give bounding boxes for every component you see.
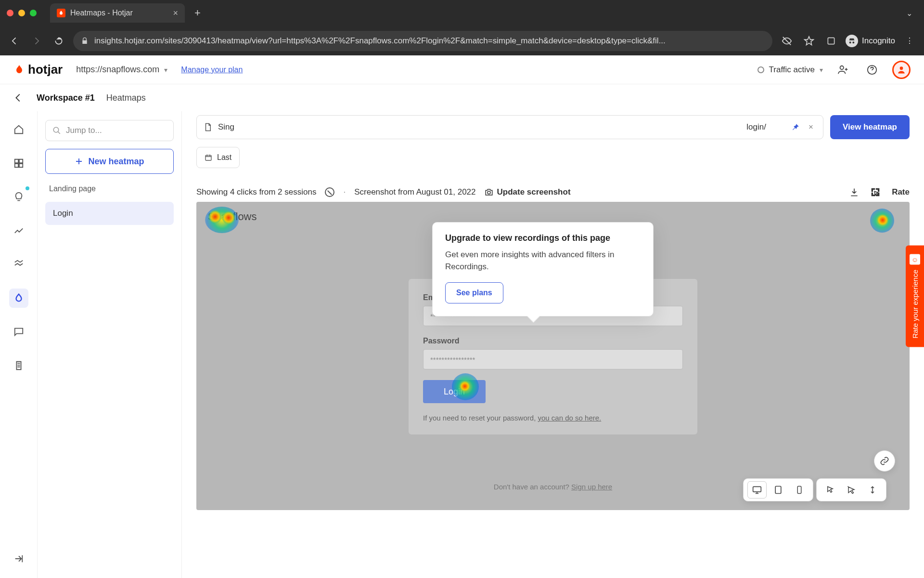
search-icon [52,126,61,135]
eye-off-icon[interactable] [779,33,795,49]
rail-funnels[interactable] [9,255,28,274]
match-type-label: Sing [218,122,234,132]
login-button[interactable]: Login [423,380,486,403]
calendar-icon [205,154,212,161]
password-value: **************** [430,355,475,364]
page-url-field[interactable]: Sing login/ × [196,115,823,139]
blocked-cursor-icon [325,187,334,197]
back-button[interactable] [7,33,22,49]
filters-row: Last [196,147,910,168]
page-icon [204,123,212,131]
mode-toolbar [816,478,886,501]
svg-rect-5 [775,486,781,494]
jump-to-input[interactable]: Jump to... [45,120,174,141]
rail-trends[interactable] [9,221,28,240]
date-filter-chip[interactable]: Last [196,147,240,168]
close-window-icon[interactable] [7,10,13,16]
sidebar-item-login[interactable]: Login [45,202,174,225]
new-heatmap-button[interactable]: New heatmap [45,149,174,174]
see-plans-button[interactable]: See plans [445,282,503,303]
pin-icon[interactable] [791,123,800,131]
flame-icon [13,64,25,76]
svg-point-2 [53,127,59,132]
notification-dot-icon [26,186,29,190]
bookmark-star-icon[interactable] [801,33,817,49]
view-heatmap-button[interactable]: View heatmap [830,115,910,139]
browser-menu-icon[interactable]: ⋮ [902,33,917,49]
update-screenshot-button[interactable]: Update screenshot [485,187,571,197]
click-selector-button[interactable] [871,187,880,197]
svg-rect-3 [205,155,211,160]
password-field[interactable]: **************** [423,349,683,369]
help-button[interactable] [863,61,881,79]
rail-collapse[interactable] [9,549,28,568]
app-header: hotjar https://snapflows.com ▾ Manage yo… [0,55,924,84]
signup-line: Don't have an account? Sign up here [494,483,612,491]
reset-link[interactable]: you can do so here. [538,414,601,422]
breadcrumb-row: Workspace #1 Heatmaps [0,84,924,111]
chevron-down-icon: ▾ [164,66,167,74]
device-tablet-button[interactable] [769,481,788,499]
signup-prefix: Don't have an account? [494,483,571,491]
mode-scroll-button[interactable] [863,481,882,499]
jump-placeholder: Jump to... [66,126,102,135]
password-label: Password [423,337,683,345]
traffic-status-label: Traffic active [769,65,815,75]
url-text: insights.hotjar.com/sites/3090413/heatma… [94,36,666,46]
main-layout: Jump to... New heatmap Landing page Logi… [0,111,924,578]
svg-rect-4 [753,486,761,492]
hotjar-logo[interactable]: hotjar [13,62,63,77]
fullscreen-window-icon[interactable] [30,10,37,16]
breadcrumb-page: Heatmaps [106,93,146,103]
site-selector[interactable]: https://snapflows.com ▾ [76,65,167,75]
rail-heatmaps[interactable] [9,289,28,308]
separator-dot: · [343,187,346,197]
hotjar-favicon-icon [57,9,65,17]
share-link-button[interactable] [874,450,895,472]
breadcrumb-workspace[interactable]: Workspace #1 [37,93,95,103]
download-button[interactable] [849,187,859,197]
browser-tab[interactable]: Heatmaps - Hotjar × [50,3,185,23]
tab-overflow-icon[interactable]: ⌄ [906,9,917,18]
new-tab-button[interactable]: + [190,7,205,19]
new-heatmap-label: New heatmap [88,157,144,167]
signup-link[interactable]: Sign up here [571,483,612,491]
tab-close-icon[interactable]: × [173,8,178,18]
browser-chrome: Heatmaps - Hotjar × + ⌄ insights.hotjar.… [0,0,924,55]
feedback-widget-icon: ☺ [910,254,920,265]
reload-button[interactable] [51,33,66,49]
date-filter-label: Last [217,153,231,162]
plus-icon [75,157,83,166]
rate-button[interactable]: Rate [892,187,910,197]
sidebar-group-label: Landing page [45,182,174,194]
incognito-indicator[interactable]: Incognito [846,35,895,47]
device-desktop-button[interactable] [747,481,767,499]
minimize-window-icon[interactable] [18,10,25,16]
reset-password-line: If you need to reset your password, you … [423,414,683,422]
clear-url-icon[interactable]: × [806,122,816,132]
rail-dashboard[interactable] [9,154,28,173]
back-arrow-button[interactable] [12,91,25,105]
rail-surveys[interactable] [9,356,28,375]
url-value: login/ [240,122,785,132]
pulse-icon [757,66,764,73]
user-avatar[interactable] [892,61,911,79]
logo-text: hotjar [28,62,63,77]
tab-strip: Heatmaps - Hotjar × + ⌄ [0,0,924,26]
svg-rect-0 [828,38,834,44]
mode-click-button[interactable] [821,481,840,499]
reset-prefix: If you need to reset your password, [423,414,538,422]
rail-feedback[interactable] [9,322,28,342]
device-mobile-button[interactable] [790,481,809,499]
traffic-status[interactable]: Traffic active ▾ [757,65,823,75]
sidebar-item-label: Login [53,209,73,218]
address-bar[interactable]: insights.hotjar.com/sites/3090413/heatma… [73,31,772,51]
invite-user-button[interactable] [834,61,852,79]
forward-button[interactable] [29,33,44,49]
rate-experience-tab[interactable]: Rate your experience ☺ [906,246,924,347]
mode-move-button[interactable] [842,481,861,499]
rail-home[interactable] [9,120,28,139]
extensions-icon[interactable] [823,33,839,49]
rail-highlights[interactable] [9,187,28,207]
manage-plan-link[interactable]: Manage your plan [181,66,243,74]
